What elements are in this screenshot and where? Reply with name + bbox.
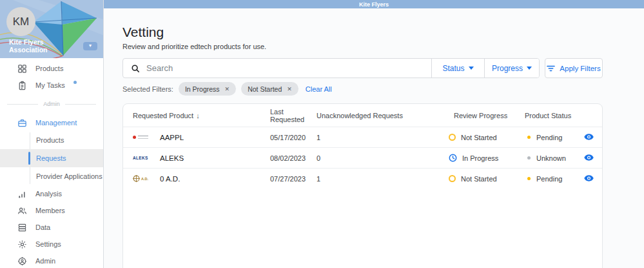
sidebar-header: KM Kite Flyers Association ▾	[0, 0, 103, 58]
page-title: Vetting	[122, 25, 644, 40]
column-label: Product Status	[525, 112, 571, 119]
pending-status-dot	[527, 136, 531, 139]
briefcase-icon	[17, 118, 27, 128]
unacknowledged-cell: 1	[317, 175, 454, 183]
grid-icon	[17, 64, 27, 74]
sidebar-subitem-products[interactable]: Products	[0, 131, 103, 149]
sidebar-item-members[interactable]: Members	[0, 202, 103, 219]
sidebar-nav: Products My Tasks Admin	[0, 58, 103, 268]
table-row[interactable]: A.D. 0 A.D. 07/27/2023 1 Not Started Pen…	[123, 168, 602, 189]
product-cell: A.D. 0 A.D.	[133, 175, 270, 183]
0ad-logo: A.D.	[133, 175, 153, 182]
review-progress-cell: Not Started	[449, 134, 525, 141]
column-header-review-progress[interactable]: Review Progress	[454, 112, 525, 119]
filter-chip-not-started[interactable]: Not Started ✕	[241, 82, 298, 96]
management-subnav: Products Requests Provider Applications	[0, 131, 103, 185]
search-input[interactable]	[146, 63, 431, 73]
compass-icon	[133, 175, 140, 182]
chevron-down-icon	[527, 67, 532, 70]
last-requested-cell: 05/17/2020	[270, 134, 317, 141]
product-status-label: Pending	[536, 134, 562, 141]
bar-chart-icon	[17, 189, 27, 199]
chevron-down-icon	[469, 67, 474, 70]
database-icon	[17, 223, 27, 232]
chevron-down-icon[interactable]: ▾	[83, 42, 97, 50]
sidebar: KM Kite Flyers Association ▾ Products	[0, 0, 104, 268]
status-dropdown-label: Status	[442, 64, 464, 73]
sidebar-item-label: Products	[35, 65, 63, 72]
review-progress-cell: Not Started	[449, 175, 525, 183]
remove-chip-icon[interactable]: ✕	[287, 86, 292, 92]
column-label: Unacknowledged Requests	[317, 112, 403, 119]
not-started-icon	[449, 175, 456, 182]
table-row[interactable]: ALEKS ALEKS 08/02/2023 0 In Progress	[123, 147, 602, 168]
column-header-last-requested[interactable]: Last Requested	[270, 108, 317, 123]
status-dropdown[interactable]: Status	[431, 59, 484, 77]
page-subtitle: Review and prioritize edtech products fo…	[122, 43, 644, 50]
product-cell: AAPPL	[133, 134, 270, 141]
view-details-button[interactable]	[584, 175, 602, 182]
sidebar-item-admin[interactable]: Admin	[0, 253, 103, 268]
progress-dropdown[interactable]: Progress	[484, 59, 539, 77]
subitem-label: Products	[36, 136, 64, 144]
top-app-bar: Kite Flyers	[104, 0, 644, 8]
remove-chip-icon[interactable]: ✕	[225, 86, 230, 92]
people-icon	[17, 206, 27, 216]
selected-filters-label: Selected Filters:	[122, 85, 173, 93]
filter-icon	[547, 65, 555, 72]
table-header-row: Requested Product ↓ Last Requested Unack…	[123, 104, 602, 127]
page-content: Vetting Review and prioritize edtech pro…	[104, 8, 644, 268]
last-requested-cell: 07/27/2023	[270, 175, 317, 183]
sidebar-item-label: Members	[35, 207, 65, 214]
column-label: Requested Product	[133, 112, 193, 119]
sidebar-subitem-requests[interactable]: Requests	[0, 149, 103, 167]
eye-icon	[584, 134, 594, 141]
avatar[interactable]: KM	[6, 7, 35, 36]
product-name: 0 A.D.	[160, 175, 180, 183]
aappl-logo	[133, 136, 153, 139]
requests-table: Requested Product ↓ Last Requested Unack…	[122, 103, 603, 268]
filter-chip-in-progress[interactable]: In Progress ✕	[179, 82, 236, 96]
sidebar-item-label: Analysis	[35, 190, 62, 198]
search-icon	[131, 64, 140, 73]
admin-icon	[17, 256, 27, 266]
sidebar-item-label: Settings	[35, 240, 61, 248]
product-name: ALEKS	[160, 154, 184, 162]
sidebar-item-settings[interactable]: Settings	[0, 236, 103, 253]
sidebar-item-label: My Tasks	[35, 81, 65, 89]
sidebar-item-my-tasks[interactable]: My Tasks	[0, 77, 103, 94]
sidebar-item-label: Management	[35, 119, 77, 127]
apply-filters-button[interactable]: Apply Filters	[545, 58, 603, 78]
org-switcher[interactable]: Kite Flyers Association ▾	[9, 38, 97, 54]
active-indicator	[28, 152, 30, 165]
clear-all-link[interactable]: Clear All	[306, 85, 332, 93]
column-header-product-status[interactable]: Product Status	[525, 112, 584, 119]
unacknowledged-cell: 1	[317, 134, 454, 141]
clipboard-icon	[17, 81, 27, 90]
view-details-button[interactable]	[584, 154, 602, 161]
sidebar-item-management[interactable]: Management	[0, 114, 103, 131]
notification-dot	[73, 81, 77, 84]
sidebar-item-products[interactable]: Products	[0, 60, 103, 77]
filter-toolbar: Status Progress Apply Filters	[122, 58, 603, 78]
sidebar-subitem-provider-applications[interactable]: Provider Applications	[0, 167, 103, 185]
table-row[interactable]: AAPPL 05/17/2020 1 Not Started Pending	[123, 127, 602, 147]
column-header-requested-product[interactable]: Requested Product ↓	[133, 112, 270, 119]
view-details-button[interactable]	[584, 134, 602, 141]
pending-status-dot	[527, 177, 531, 180]
unacknowledged-cell: 0	[317, 154, 454, 162]
product-name: AAPPL	[160, 134, 184, 141]
product-status-label: Pending	[536, 175, 562, 183]
org-name: Kite Flyers Association	[9, 38, 83, 54]
sidebar-item-analysis[interactable]: Analysis	[0, 185, 103, 202]
app-title: Kite Flyers	[359, 1, 389, 8]
apply-filters-label: Apply Filters	[560, 65, 600, 72]
product-cell: ALEKS ALEKS	[133, 154, 270, 162]
sort-descending-icon: ↓	[196, 112, 200, 119]
column-header-unacknowledged-requests[interactable]: Unacknowledged Requests	[317, 112, 454, 119]
sidebar-item-data[interactable]: Data	[0, 219, 103, 236]
gear-icon	[17, 240, 27, 249]
search-field-wrap	[123, 59, 431, 77]
column-label: Review Progress	[454, 112, 507, 119]
review-progress-cell: In Progress	[449, 154, 525, 162]
